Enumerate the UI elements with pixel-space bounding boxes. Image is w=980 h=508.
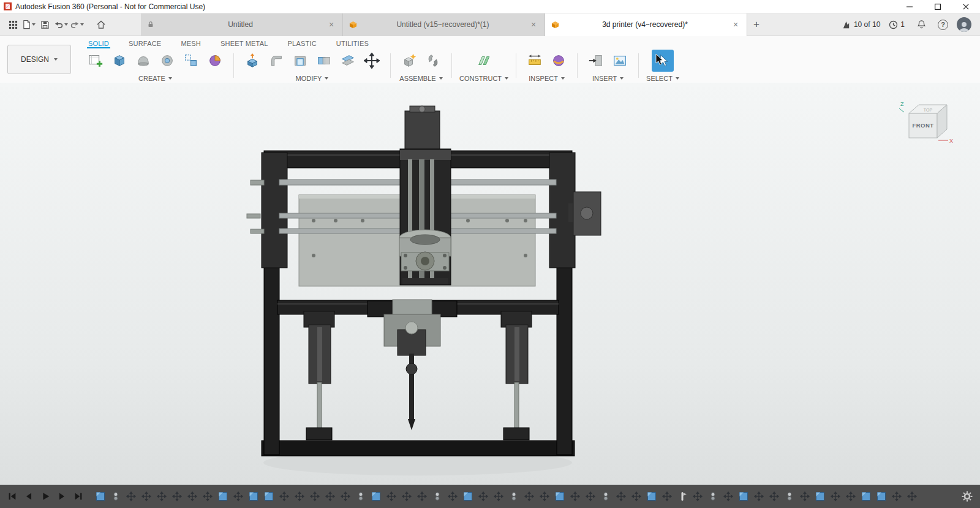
timeline-play-button[interactable] [39,490,51,502]
undo-button[interactable] [53,17,69,32]
timeline-move-icon[interactable] [723,491,733,501]
timeline-go-to-start-button[interactable] [6,490,18,502]
create-pattern-button[interactable] [180,50,202,72]
save-button[interactable] [37,17,53,32]
timeline-move-icon[interactable] [524,491,534,501]
model-3d-printer[interactable] [0,83,980,485]
timeline-move-icon[interactable] [325,491,335,501]
document-tab-3d-printer[interactable]: 3d printer (v4~recovered)* × [545,13,747,36]
timeline-move-icon[interactable] [662,491,672,501]
timeline-joint-icon[interactable] [432,491,442,501]
create-sketch-button[interactable] [85,50,107,72]
modify-shell-button[interactable] [289,50,311,72]
x-carriage-lower[interactable] [368,300,457,430]
timeline-joint-icon[interactable] [708,491,718,501]
assemble-menu[interactable]: ASSEMBLE [399,73,442,82]
document-tab-untitled[interactable]: Untitled × [141,13,343,36]
modify-move-button[interactable] [361,50,383,72]
left-lead-screw[interactable] [304,311,334,440]
timeline-component-icon[interactable] [555,491,565,501]
timeline-move-icon[interactable] [892,491,902,501]
notifications-button[interactable] [913,17,929,32]
redo-button[interactable] [69,17,85,32]
create-menu[interactable]: CREATE [138,73,172,82]
timeline-move-icon[interactable] [402,491,412,501]
timeline-move-icon[interactable] [754,491,764,501]
new-tab-button[interactable]: + [747,13,766,36]
timeline-move-icon[interactable] [341,491,350,501]
timeline-joint-icon[interactable] [356,491,366,501]
modify-fillet-button[interactable] [265,50,287,72]
timeline-component-icon[interactable] [647,491,657,501]
timeline-move-icon[interactable] [187,491,197,501]
create-revolve-button[interactable] [132,50,154,72]
tab-sheet-metal[interactable]: SHEET METAL [219,39,270,48]
insert-derive-button[interactable] [585,50,607,72]
home-button[interactable] [93,17,109,32]
app-grid-button[interactable] [5,17,21,32]
maximize-button[interactable] [924,0,952,13]
timeline-go-to-end-button[interactable] [72,490,85,502]
timeline-move-icon[interactable] [570,491,580,501]
document-tab-untitled-v15[interactable]: Untitled (v15~recovered)*(1) × [343,13,545,36]
timeline-component-icon[interactable] [264,491,274,501]
tab-plastic[interactable]: PLASTIC [287,39,318,48]
timeline-joint-icon[interactable] [785,491,794,501]
activity-clock[interactable]: 1 [889,20,905,29]
tab-solid[interactable]: SOLID [87,39,110,48]
timeline-move-icon[interactable] [800,491,810,501]
timeline-move-icon[interactable] [203,491,213,501]
insert-canvas-button[interactable] [609,50,631,72]
construct-plane-button[interactable] [473,50,495,72]
viewport-canvas[interactable]: TOP FRONT Z X [0,83,980,485]
modify-menu[interactable]: MODIFY [296,73,329,82]
timeline-move-icon[interactable] [386,491,396,501]
timeline-joint-icon[interactable] [111,491,121,501]
timeline-move-icon[interactable] [616,491,626,501]
inspect-menu[interactable]: INSPECT [529,73,565,82]
timeline-component-icon[interactable] [96,491,105,501]
timeline-component-icon[interactable] [249,491,258,501]
timeline-move-icon[interactable] [157,491,167,501]
insert-menu[interactable]: INSERT [592,73,624,82]
file-menu-button[interactable] [21,17,37,32]
create-box-button[interactable] [108,50,130,72]
timeline-move-icon[interactable] [172,491,182,501]
modify-press-pull-button[interactable] [241,50,263,72]
timeline-move-icon[interactable] [295,491,304,501]
timeline-move-icon[interactable] [494,491,503,501]
timeline-component-icon[interactable] [739,491,748,501]
right-lead-screw[interactable] [501,311,532,440]
timeline-move-icon[interactable] [907,491,917,501]
timeline-move-icon[interactable] [769,491,779,501]
tab-utilities[interactable]: UTILITIES [335,39,370,48]
timeline-move-icon[interactable] [126,491,136,501]
timeline-component-icon[interactable] [463,491,473,501]
timeline-move-icon[interactable] [540,491,549,501]
tab-close-icon[interactable]: × [326,20,336,29]
construct-menu[interactable]: CONSTRUCT [459,73,508,82]
timeline-component-icon[interactable] [815,491,825,501]
timeline-move-icon[interactable] [631,491,641,501]
help-button[interactable]: ? [938,20,948,30]
minimize-button[interactable] [895,0,924,13]
timeline-joint-icon[interactable] [509,491,519,501]
timeline-move-icon[interactable] [478,491,488,501]
select-menu[interactable]: SELECT [646,73,679,82]
tab-close-icon[interactable]: × [731,20,741,29]
timeline-move-icon[interactable] [586,491,595,501]
timeline-move-icon[interactable] [279,491,289,501]
close-button[interactable] [952,0,980,13]
timeline-component-icon[interactable] [861,491,871,501]
timeline-move-icon[interactable] [233,491,243,501]
workspace-switcher[interactable]: DESIGN [7,45,71,74]
assemble-new-component-button[interactable] [398,50,420,72]
timeline-move-icon[interactable] [693,491,703,501]
timeline-settings-button[interactable] [960,490,974,503]
job-status[interactable]: 10 of 10 [842,20,880,29]
timeline-component-icon[interactable] [218,491,228,501]
timeline-move-icon[interactable] [831,491,840,501]
inspect-measure-button[interactable] [524,50,546,72]
select-tool-button[interactable] [652,50,674,72]
timeline-step-forward-button[interactable] [56,490,68,502]
